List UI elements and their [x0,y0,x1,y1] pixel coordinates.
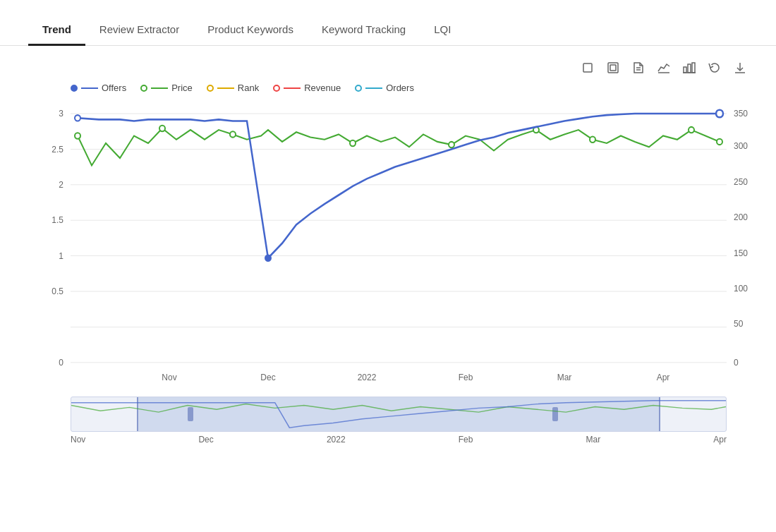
svg-point-43 [230,131,236,137]
orders-label: Orders [386,83,414,93]
svg-text:Apr: Apr [657,373,670,382]
chart-area: 3 2.5 2 1.5 1 0.5 0 350 300 250 200 150 … [28,99,748,395]
price-dot [140,85,147,92]
svg-text:Mar: Mar [557,373,572,382]
svg-text:2022: 2022 [358,373,377,382]
legend-revenue: Revenue [273,83,341,93]
svg-text:1: 1 [59,251,63,261]
tab-keyword-tracking[interactable]: Keyword Tracking [308,15,420,46]
svg-text:Feb: Feb [459,373,473,382]
svg-point-49 [717,139,722,145]
rank-line [217,87,234,89]
svg-text:2.5: 2.5 [51,144,63,154]
svg-text:3: 3 [59,109,63,119]
svg-rect-0 [583,64,592,72]
svg-text:350: 350 [734,109,748,119]
minimap-label-feb: Feb [459,435,473,445]
svg-point-48 [689,127,694,133]
svg-text:50: 50 [734,319,743,329]
document-icon[interactable] [631,60,646,75]
svg-rect-8 [692,63,695,73]
svg-text:Dec: Dec [260,373,275,382]
svg-point-51 [265,255,271,261]
minimap-svg [71,397,726,431]
svg-rect-1 [608,63,618,73]
svg-rect-2 [610,65,616,71]
line-chart-icon[interactable] [656,60,672,75]
rank-dot [207,85,214,92]
svg-text:0.5: 0.5 [51,286,63,296]
svg-text:1.5: 1.5 [51,215,63,225]
main-content: Offers Price Rank Revenue Orders [0,46,776,459]
rank-label: Rank [238,83,259,93]
price-label: Price [171,83,193,93]
legend-rank: Rank [207,83,259,93]
legend: Offers Price Rank Revenue Orders [71,83,748,93]
svg-text:0: 0 [734,358,739,368]
minimap-label-2022: 2022 [327,435,346,445]
svg-point-41 [75,133,80,138]
svg-text:100: 100 [734,284,748,294]
offers-dot [71,85,78,92]
offers-line [81,87,98,89]
svg-text:200: 200 [734,212,748,222]
revenue-line [284,87,301,89]
chart-toolbar [28,60,748,75]
frame-icon[interactable] [605,60,621,75]
tab-lqi[interactable]: LQI [420,15,465,46]
minimap-label-dec: Dec [198,435,213,445]
svg-point-45 [449,142,454,147]
legend-orders: Orders [355,83,414,93]
minimap-label-mar: Mar [586,435,601,445]
revenue-dot [273,85,280,92]
orders-dot [355,85,362,92]
price-line [151,87,168,89]
legend-price: Price [140,83,193,93]
svg-rect-6 [684,67,686,73]
svg-text:250: 250 [734,177,748,187]
minimap-label-apr: Apr [713,435,727,445]
svg-point-50 [716,110,723,118]
minimap[interactable] [71,397,727,432]
svg-text:0: 0 [59,358,63,368]
svg-point-47 [590,137,595,143]
offers-label: Offers [102,83,126,93]
svg-text:Nov: Nov [162,373,177,382]
download-icon[interactable] [732,60,748,75]
bar-chart-icon[interactable] [681,60,697,75]
svg-point-42 [159,126,165,131]
orders-line [365,87,382,89]
svg-point-52 [75,115,80,121]
chart-svg: 3 2.5 2 1.5 1 0.5 0 350 300 250 200 150 … [28,99,748,395]
svg-text:150: 150 [734,248,748,258]
svg-rect-7 [688,64,691,73]
refresh-icon[interactable] [707,60,722,75]
svg-text:300: 300 [734,141,748,151]
tab-product-keywords[interactable]: Product Keywords [193,15,308,46]
revenue-label: Revenue [304,83,341,93]
tab-bar: Trend Review Extractor Product Keywords … [0,0,776,46]
crop-icon[interactable] [580,60,595,75]
svg-point-44 [350,140,356,146]
tab-review-extractor[interactable]: Review Extractor [85,15,193,46]
minimap-labels: Nov Dec 2022 Feb Mar Apr [71,435,727,445]
tab-trend[interactable]: Trend [28,15,85,46]
svg-text:2: 2 [59,180,63,190]
minimap-label-nov: Nov [71,435,85,445]
legend-offers: Offers [71,83,126,93]
